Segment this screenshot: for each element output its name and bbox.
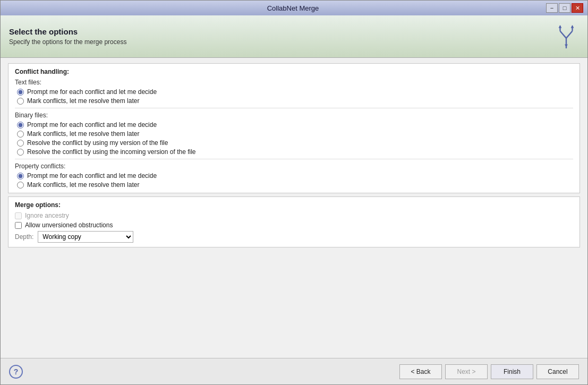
title-bar: CollabNet Merge − □ ✕	[1, 1, 587, 15]
content-area: Conflict handling: Text files: Prompt me…	[1, 58, 587, 358]
ignore-ancestry-option: Ignore ancestry	[15, 212, 573, 219]
depth-label: Depth:	[15, 233, 33, 241]
binary-files-title: Binary files:	[15, 112, 573, 119]
ignore-ancestry-checkbox[interactable]	[15, 212, 22, 219]
page-title: Select the options	[9, 27, 126, 36]
conflict-handling-title: Conflict handling:	[15, 68, 573, 75]
text-files-option-2[interactable]: Mark conflicts, let me resolve them late…	[17, 97, 573, 105]
footer-buttons: < Back Next > Finish Cancel	[399, 364, 579, 379]
text-files-title: Text files:	[15, 79, 573, 86]
window-title: CollabNet Merge	[40, 4, 546, 12]
binary-files-option-2[interactable]: Mark conflicts, let me resolve them late…	[17, 130, 573, 138]
conflict-handling-section: Conflict handling: Text files: Prompt me…	[8, 63, 580, 193]
finish-button[interactable]: Finish	[491, 364, 533, 379]
binary-files-radio-2[interactable]	[17, 131, 24, 138]
binary-files-option-4[interactable]: Resolve the conflict by using the incomi…	[17, 148, 573, 156]
text-files-radio-1[interactable]	[17, 89, 24, 96]
property-conflicts-radio-group: Prompt me for each conflict and let me d…	[15, 172, 573, 189]
header-text: Select the options Specify the options f…	[9, 27, 126, 46]
binary-files-radio-group: Prompt me for each conflict and let me d…	[15, 121, 573, 156]
svg-marker-7	[571, 24, 574, 28]
close-button[interactable]: ✕	[572, 3, 583, 13]
svg-marker-5	[565, 44, 568, 47]
property-conflicts-radio-2[interactable]	[17, 182, 24, 189]
binary-files-option-1[interactable]: Prompt me for each conflict and let me d…	[17, 121, 573, 129]
merge-options-title: Merge options:	[15, 201, 573, 209]
svg-line-2	[566, 31, 573, 38]
allow-unversioned-checkbox[interactable]	[15, 222, 22, 229]
footer: ? < Back Next > Finish Cancel	[1, 358, 587, 384]
property-conflicts-option-1[interactable]: Prompt me for each conflict and let me d…	[17, 172, 573, 179]
binary-files-radio-1[interactable]	[17, 122, 24, 129]
header-panel: Select the options Specify the options f…	[1, 15, 587, 58]
cancel-button[interactable]: Cancel	[536, 364, 579, 379]
text-files-option-1[interactable]: Prompt me for each conflict and let me d…	[17, 88, 573, 96]
depth-select[interactable]: Working copy Fully recursive Immediate c…	[38, 231, 133, 243]
next-button[interactable]: Next >	[445, 364, 488, 379]
page-subtitle: Specify the options for the merge proces…	[9, 38, 126, 46]
help-button[interactable]: ?	[9, 365, 23, 379]
text-files-radio-group: Prompt me for each conflict and let me d…	[15, 88, 573, 105]
property-conflicts-option-2[interactable]: Mark conflicts, let me resolve them late…	[17, 181, 573, 189]
merge-icon	[553, 24, 579, 49]
depth-row: Depth: Working copy Fully recursive Imme…	[15, 231, 573, 243]
minimize-button[interactable]: −	[546, 3, 558, 13]
svg-marker-6	[559, 24, 562, 28]
merge-options-section: Merge options: Ignore ancestry Allow unv…	[8, 196, 580, 247]
restore-button[interactable]: □	[559, 3, 570, 13]
window-controls: − □ ✕	[546, 3, 583, 13]
text-files-radio-2[interactable]	[17, 98, 24, 105]
svg-line-1	[560, 31, 566, 38]
footer-left: ?	[9, 365, 23, 379]
back-button[interactable]: < Back	[399, 364, 442, 379]
property-conflicts-title: Property conflicts:	[15, 162, 573, 170]
property-conflicts-radio-1[interactable]	[17, 173, 24, 179]
binary-files-option-3[interactable]: Resolve the conflict by using my version…	[17, 139, 573, 147]
main-window: CollabNet Merge − □ ✕ Select the options…	[0, 0, 588, 385]
binary-files-radio-4[interactable]	[17, 149, 24, 156]
binary-files-radio-3[interactable]	[17, 140, 24, 147]
allow-unversioned-option[interactable]: Allow unversioned obstructions	[15, 221, 573, 229]
